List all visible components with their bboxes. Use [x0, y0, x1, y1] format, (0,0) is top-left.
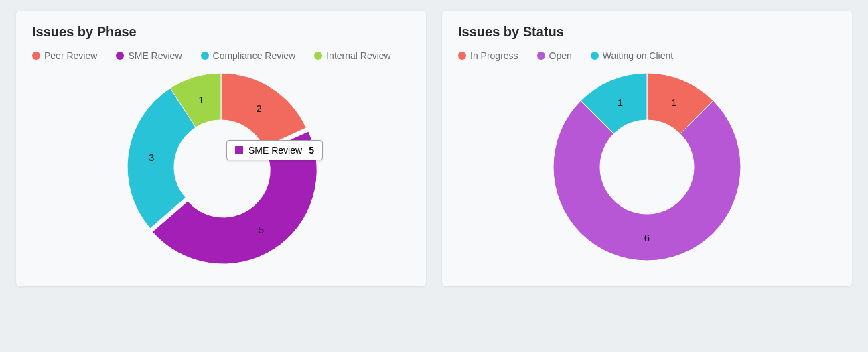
legend-swatch-icon [116, 52, 124, 60]
dashboard-row: Issues by Phase Peer Review SME Review C… [0, 0, 868, 297]
tooltip-label: SME Review [248, 145, 302, 156]
donut-chart-phase[interactable]: 2531 [121, 66, 321, 268]
legend-label: Internal Review [326, 50, 391, 61]
chart-area-status: 161 [458, 66, 836, 268]
tooltip-value: 5 [309, 145, 314, 156]
slice-value-label: 2 [257, 102, 262, 113]
legend-swatch-icon [314, 52, 322, 60]
tooltip-swatch-icon [235, 146, 243, 154]
legend-status: In Progress Open Waiting on Client [458, 50, 836, 61]
card-issues-by-status: Issues by Status In Progress Open Waitin… [442, 11, 852, 286]
chart-tooltip: SME Review 5 [226, 140, 323, 160]
legend-item-open[interactable]: Open [537, 50, 572, 61]
legend-swatch-icon [32, 52, 40, 60]
legend-label: SME Review [128, 50, 182, 61]
legend-item-waiting-on-client[interactable]: Waiting on Client [591, 50, 673, 61]
legend-swatch-icon [537, 52, 545, 60]
legend-label: In Progress [470, 50, 518, 61]
legend-swatch-icon [458, 52, 466, 60]
legend-item-compliance-review[interactable]: Compliance Review [201, 50, 296, 61]
donut-chart-status[interactable]: 161 [547, 66, 747, 268]
slice-value-label: 1 [198, 94, 204, 105]
legend-item-in-progress[interactable]: In Progress [458, 50, 518, 61]
legend-label: Waiting on Client [603, 50, 673, 61]
legend-label: Open [549, 50, 572, 61]
legend-item-peer-review[interactable]: Peer Review [32, 50, 97, 61]
card-title: Issues by Phase [32, 24, 410, 40]
card-issues-by-phase: Issues by Phase Peer Review SME Review C… [16, 11, 426, 286]
legend-swatch-icon [201, 52, 209, 60]
legend-label: Peer Review [44, 50, 97, 61]
slice-value-label: 1 [671, 96, 676, 107]
legend-item-internal-review[interactable]: Internal Review [314, 50, 391, 61]
legend-item-sme-review[interactable]: SME Review [116, 50, 182, 61]
slice-value-label: 6 [644, 232, 650, 243]
legend-phase: Peer Review SME Review Compliance Review… [32, 50, 410, 61]
chart-area-phase: 2531 SME Review 5 [32, 66, 410, 268]
chart-slice[interactable] [221, 73, 306, 148]
slice-value-label: 5 [259, 224, 264, 235]
legend-swatch-icon [591, 52, 599, 60]
slice-value-label: 1 [618, 96, 623, 107]
card-title: Issues by Status [458, 24, 836, 40]
slice-value-label: 3 [149, 152, 154, 163]
legend-label: Compliance Review [213, 50, 296, 61]
